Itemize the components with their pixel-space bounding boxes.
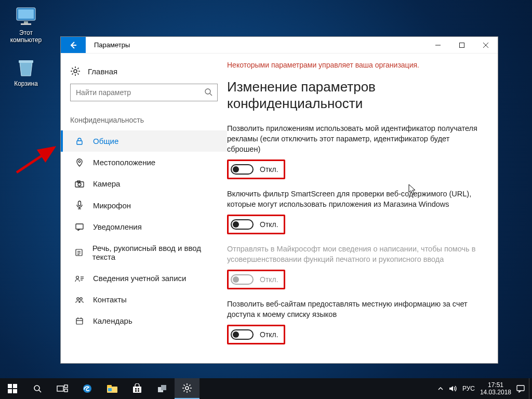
microphone-icon bbox=[74, 201, 85, 210]
setting-smartscreen: Включить фильтр SmartScreen для проверки… bbox=[227, 189, 482, 234]
taskbar-edge[interactable] bbox=[75, 378, 100, 399]
nav-camera[interactable]: Камера bbox=[61, 173, 227, 194]
svg-line-73 bbox=[189, 385, 190, 386]
gear-icon bbox=[70, 66, 81, 76]
tray-language[interactable]: РУС bbox=[462, 385, 475, 392]
nav-location[interactable]: Местоположение bbox=[61, 152, 227, 173]
account-icon bbox=[74, 275, 85, 282]
taskbar: РУС 17:51 14.03.2018 bbox=[0, 378, 532, 399]
lock-icon bbox=[74, 137, 85, 145]
svg-rect-53 bbox=[64, 389, 68, 392]
toggle-state: Откл. bbox=[260, 220, 278, 229]
svg-line-71 bbox=[189, 390, 190, 391]
home-link[interactable]: Главная bbox=[61, 63, 227, 84]
tray-chevron-up-icon[interactable] bbox=[437, 385, 444, 392]
policy-note: Некоторыми параметрами управляет ваша ор… bbox=[227, 61, 482, 69]
nav-label: Камера bbox=[93, 179, 120, 188]
home-label: Главная bbox=[88, 67, 117, 76]
nav-speech[interactable]: Речь, рукописный ввод и ввод текста bbox=[61, 237, 227, 268]
svg-line-5 bbox=[17, 148, 54, 172]
action-center-icon[interactable] bbox=[516, 384, 525, 393]
svg-rect-46 bbox=[13, 384, 17, 388]
toggle-switch[interactable] bbox=[231, 329, 254, 340]
nav-contacts[interactable]: Контакты bbox=[61, 289, 227, 310]
toggle-row: Откл. bbox=[227, 215, 285, 234]
nav-label: Календарь bbox=[93, 316, 132, 325]
taskbar-settings[interactable] bbox=[175, 378, 200, 399]
svg-rect-51 bbox=[57, 386, 63, 391]
task-view-button[interactable] bbox=[50, 378, 75, 399]
back-button[interactable] bbox=[61, 37, 86, 53]
tray-clock[interactable]: 17:51 14.03.2018 bbox=[480, 381, 511, 396]
desktop-icon-label: Корзина bbox=[6, 80, 46, 87]
content-pane: Некоторыми параметрами управляет ваша ор… bbox=[227, 54, 498, 363]
desktop-icon-this-pc[interactable]: Этот компьютер bbox=[6, 6, 46, 44]
show-desktop-button[interactable] bbox=[529, 378, 532, 399]
nav-calendar[interactable]: Календарь bbox=[61, 310, 227, 331]
svg-point-23 bbox=[78, 161, 81, 163]
tray-date: 14.03.2018 bbox=[480, 389, 511, 396]
toggle-row: Откл. bbox=[227, 159, 285, 179]
nav-account[interactable]: Сведения учетной записи bbox=[61, 268, 227, 289]
svg-rect-22 bbox=[77, 141, 82, 144]
taskbar-explorer[interactable] bbox=[100, 378, 125, 399]
setting-desc: Позволить приложениям использовать мой и… bbox=[227, 123, 482, 154]
nav-microphone[interactable]: Микрофон bbox=[61, 194, 227, 216]
svg-point-40 bbox=[80, 297, 82, 299]
svg-point-35 bbox=[76, 276, 79, 278]
setting-desc: Отправлять в Майкрософт мои сведения о н… bbox=[227, 244, 482, 264]
search-input[interactable] bbox=[70, 84, 218, 101]
svg-rect-45 bbox=[8, 384, 12, 388]
section-label: Конфиденциальность bbox=[61, 111, 227, 130]
settings-window: Параметры Главная Конфиденциальность bbox=[60, 36, 498, 364]
svg-rect-57 bbox=[108, 388, 112, 391]
page-heading: Изменение параметров конфиденциальности bbox=[227, 78, 482, 112]
toggle-state: Откл. bbox=[260, 275, 278, 284]
tray-time: 17:51 bbox=[480, 381, 511, 389]
pc-icon bbox=[14, 6, 38, 27]
svg-rect-60 bbox=[138, 388, 139, 390]
svg-rect-1 bbox=[18, 9, 34, 19]
nav-general[interactable]: Общие bbox=[61, 130, 227, 152]
calendar-icon bbox=[74, 317, 85, 325]
svg-rect-4 bbox=[19, 60, 33, 63]
notifications-icon bbox=[74, 223, 85, 231]
nav-label: Контакты bbox=[93, 295, 127, 304]
nav-label: Сведения учетной записи bbox=[93, 274, 187, 283]
svg-rect-27 bbox=[78, 201, 81, 206]
nav-label: Речь, рукописный ввод и ввод текста bbox=[92, 244, 218, 261]
taskbar-store[interactable] bbox=[125, 378, 150, 399]
toggle-switch[interactable] bbox=[231, 219, 254, 230]
nav-label: Уведомления bbox=[93, 222, 142, 231]
desktop-icon-recycle-bin[interactable]: Корзина bbox=[6, 57, 46, 87]
maximize-button[interactable] bbox=[450, 37, 474, 53]
svg-rect-62 bbox=[138, 390, 139, 392]
toggle-switch[interactable] bbox=[231, 164, 254, 175]
svg-point-20 bbox=[205, 89, 210, 94]
start-button[interactable] bbox=[0, 378, 25, 399]
taskbar-search[interactable] bbox=[25, 378, 50, 399]
svg-rect-64 bbox=[161, 385, 166, 390]
taskbar-app[interactable] bbox=[150, 378, 175, 399]
nav-notifications[interactable]: Уведомления bbox=[61, 216, 227, 237]
svg-rect-61 bbox=[135, 390, 137, 392]
svg-rect-74 bbox=[517, 385, 524, 391]
svg-point-11 bbox=[74, 70, 77, 73]
svg-point-39 bbox=[77, 297, 79, 299]
setting-send-typing: Отправлять в Майкрософт мои сведения о н… bbox=[227, 244, 482, 289]
svg-line-21 bbox=[210, 94, 212, 96]
svg-rect-56 bbox=[107, 385, 112, 387]
toggle-state: Откл. bbox=[260, 165, 278, 174]
svg-line-70 bbox=[184, 385, 185, 386]
toggle-state: Откл. bbox=[260, 330, 278, 339]
search-icon bbox=[204, 88, 212, 96]
close-button[interactable] bbox=[474, 37, 498, 53]
contacts-icon bbox=[74, 296, 85, 303]
tray-volume-icon[interactable] bbox=[449, 385, 457, 392]
minimize-button[interactable] bbox=[426, 37, 450, 53]
annotation-arrow bbox=[14, 140, 60, 177]
recycle-bin-icon bbox=[14, 57, 38, 78]
system-tray: РУС 17:51 14.03.2018 bbox=[433, 378, 529, 399]
nav-label: Местоположение bbox=[93, 158, 155, 167]
setting-advertising-id: Позволить приложениям использовать мой и… bbox=[227, 123, 482, 179]
